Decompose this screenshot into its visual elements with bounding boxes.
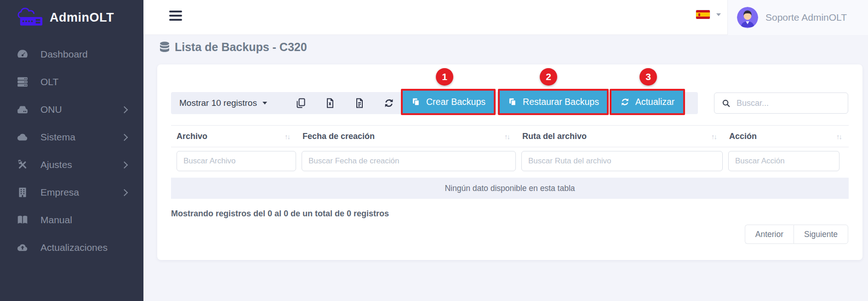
sidebar-item-label: ONU xyxy=(40,104,62,115)
sidebar-item-label: Actualizaciones xyxy=(40,242,108,253)
user-menu[interactable]: Soporte AdminOLT xyxy=(727,0,868,35)
chevron-right-icon xyxy=(121,133,128,141)
sidebar-item-label: OLT xyxy=(40,76,58,87)
cloud-upload-icon xyxy=(17,242,30,254)
spain-flag-icon xyxy=(696,10,710,19)
adminolt-logo-icon xyxy=(17,7,45,28)
table-header-row: Archivo ↑↓ Fecha de creación ↑↓ Ruta del… xyxy=(171,125,849,147)
user-name: Soporte AdminOLT xyxy=(765,12,847,23)
search-icon xyxy=(722,99,731,108)
clone-icon xyxy=(411,97,421,107)
sidebar-item-dashboard[interactable]: Dashboard xyxy=(0,41,143,68)
brand-name: AdminOLT xyxy=(50,11,114,25)
column-header-accion[interactable]: Acción ↑↓ xyxy=(724,132,849,141)
sidebar-item-label: Sistema xyxy=(40,132,75,143)
app-window: AdminOLT Dashboard OLT ONU xyxy=(0,0,868,301)
column-header-fecha[interactable]: Fecha de creación ↑↓ xyxy=(297,132,517,141)
annotation-box-2: Restaurar Backups xyxy=(498,89,609,115)
crear-backups-button[interactable]: Crear Backups xyxy=(403,91,494,113)
empty-message: Ningún dato disponible en esta tabla xyxy=(445,184,575,193)
book-icon xyxy=(17,214,30,226)
filter-fecha-input[interactable] xyxy=(302,151,516,171)
sidebar-item-sistema[interactable]: Sistema xyxy=(0,123,143,151)
search-input[interactable] xyxy=(737,98,828,108)
export-file-icon[interactable] xyxy=(354,98,365,109)
next-page-button[interactable]: Siguiente xyxy=(794,225,848,244)
sort-icon[interactable]: ↑↓ xyxy=(285,133,290,140)
chevron-right-icon xyxy=(121,106,128,113)
pagination: Anterior Siguiente xyxy=(745,225,848,244)
chevron-right-icon xyxy=(121,189,128,196)
refresh-icon[interactable] xyxy=(383,98,394,109)
global-search xyxy=(714,93,848,114)
server-icon xyxy=(17,76,30,88)
sidebar-item-olt[interactable]: OLT xyxy=(0,68,143,96)
building-icon xyxy=(17,186,30,198)
cloud-icon xyxy=(17,131,30,143)
sidebar-toggle-button[interactable] xyxy=(169,11,182,23)
copy-icon[interactable] xyxy=(295,98,306,109)
table-info: Mostrando registros del 0 al 0 de un tot… xyxy=(171,209,389,219)
sidebar-item-actualizaciones[interactable]: Actualizaciones xyxy=(0,234,143,261)
export-excel-icon[interactable] xyxy=(325,98,336,109)
sidebar-item-label: Empresa xyxy=(40,187,79,198)
annotation-number-2: 2 xyxy=(540,68,557,86)
previous-page-button[interactable]: Anterior xyxy=(745,225,794,244)
sidebar-item-manual[interactable]: Manual xyxy=(0,206,143,234)
column-header-archivo[interactable]: Archivo ↑↓ xyxy=(171,132,297,141)
brand[interactable]: AdminOLT xyxy=(0,0,143,35)
annotation-number-1: 1 xyxy=(436,68,453,86)
sidebar-item-onu[interactable]: ONU xyxy=(0,96,143,123)
filter-accion-input[interactable] xyxy=(728,151,839,171)
annotation-box-3: Actualizar xyxy=(610,89,685,115)
sidebar: AdminOLT Dashboard OLT ONU xyxy=(0,0,143,301)
actualizar-button[interactable]: Actualizar xyxy=(611,91,683,113)
sort-icon[interactable]: ↑↓ xyxy=(504,133,509,140)
page-length-dropdown[interactable]: Mostrar 10 registros xyxy=(179,92,267,114)
sort-icon[interactable]: ↑↓ xyxy=(836,133,841,140)
language-selector[interactable] xyxy=(696,10,721,19)
database-icon xyxy=(159,41,170,53)
restaurar-backups-button[interactable]: Restaurar Backups xyxy=(500,91,607,113)
sort-icon[interactable]: ↑↓ xyxy=(711,133,716,140)
column-header-ruta[interactable]: Ruta del archivo ↑↓ xyxy=(517,132,724,141)
table-empty-row: Ningún dato disponible en esta tabla xyxy=(171,178,849,199)
avatar xyxy=(737,7,758,28)
sidebar-item-label: Ajustes xyxy=(40,159,72,170)
sidebar-item-empresa[interactable]: Empresa xyxy=(0,179,143,206)
annotation-box-1: Crear Backups xyxy=(401,89,496,115)
tools-icon xyxy=(17,159,30,171)
sync-icon xyxy=(620,97,630,107)
sidebar-nav: Dashboard OLT ONU Sistema xyxy=(0,35,143,261)
sidebar-item-label: Manual xyxy=(40,214,72,226)
chevron-right-icon xyxy=(121,161,128,168)
caret-down-icon xyxy=(716,13,721,16)
device-icon xyxy=(17,104,30,116)
annotation-number-3: 3 xyxy=(640,68,657,86)
table-filter-row xyxy=(171,151,849,171)
sidebar-item-ajustes[interactable]: Ajustes xyxy=(0,151,143,179)
caret-down-icon xyxy=(263,102,267,104)
topbar: Soporte AdminOLT xyxy=(143,0,868,35)
sidebar-item-label: Dashboard xyxy=(40,49,88,60)
page-title: Lista de Backups - C320 xyxy=(159,41,307,54)
backups-card: Mostrar 10 registros xyxy=(157,64,862,260)
filter-archivo-input[interactable] xyxy=(177,151,296,171)
filter-ruta-input[interactable] xyxy=(521,151,723,171)
clone-icon xyxy=(508,97,517,107)
dashboard-gauge-icon xyxy=(17,48,30,60)
